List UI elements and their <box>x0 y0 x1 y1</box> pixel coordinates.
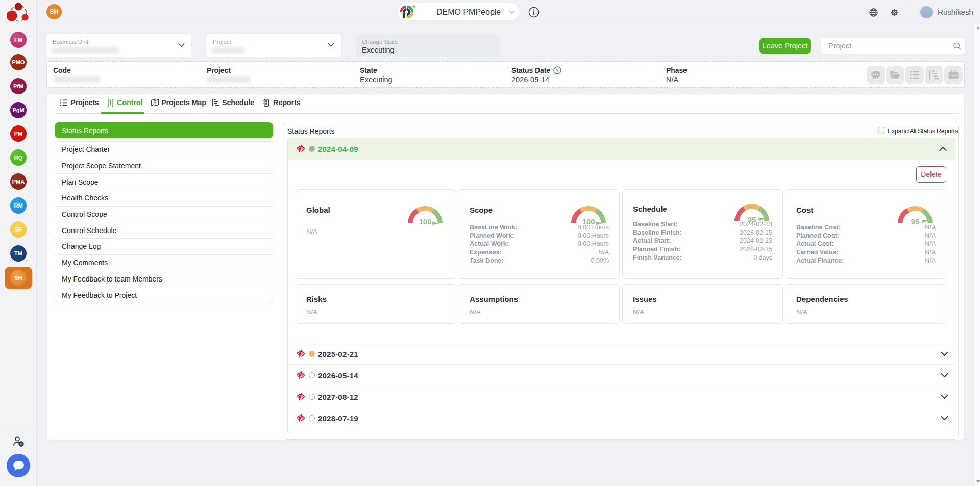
svg-text:100: 100 <box>419 217 431 226</box>
svg-text:?: ? <box>556 67 559 73</box>
